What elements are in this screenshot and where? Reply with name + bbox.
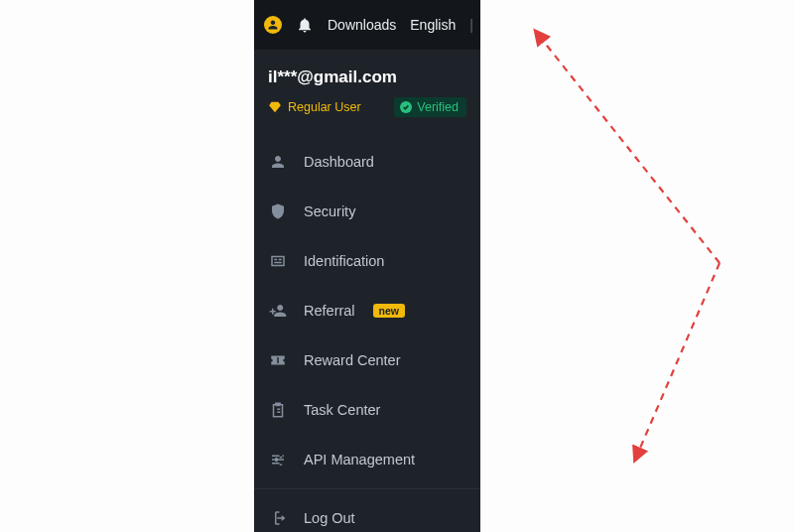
ticket-icon <box>268 350 288 370</box>
menu-item-security[interactable]: Security <box>254 187 480 236</box>
menu-item-reward-center[interactable]: Reward Center <box>254 335 480 385</box>
checkmark-icon <box>400 101 412 113</box>
menu-item-identification[interactable]: Identification <box>254 236 480 286</box>
diamond-icon <box>268 100 282 114</box>
separator: | <box>469 17 473 33</box>
new-pill: new <box>373 304 405 318</box>
id-card-icon <box>268 251 288 271</box>
account-summary: il***@gmail.com Regular User Verified <box>254 50 480 127</box>
shield-icon <box>268 201 288 221</box>
menu-label: Task Center <box>304 402 380 418</box>
account-menu: Dashboard Security Identification Referr… <box>254 127 480 532</box>
account-email: il***@gmail.com <box>268 67 466 87</box>
account-dropdown-panel: Downloads English | U il***@gmail.com Re… <box>254 0 480 532</box>
menu-label: Log Out <box>304 510 355 526</box>
menu-label: Security <box>304 203 355 219</box>
logout-icon <box>268 508 288 528</box>
svg-line-0 <box>536 32 720 263</box>
person-icon <box>268 152 288 172</box>
svg-line-1 <box>635 263 720 460</box>
language-selector[interactable]: English <box>410 17 456 33</box>
menu-item-api-management[interactable]: API Management <box>254 435 480 484</box>
menu-label: Reward Center <box>304 352 401 368</box>
menu-item-task-center[interactable]: Task Center <box>254 385 480 435</box>
menu-item-dashboard[interactable]: Dashboard <box>254 137 480 187</box>
menu-separator <box>254 488 480 489</box>
clipboard-icon <box>268 400 288 420</box>
menu-label: Identification <box>304 253 384 269</box>
verified-label: Verified <box>417 100 459 114</box>
account-tier[interactable]: Regular User <box>268 100 361 114</box>
sliders-icon <box>268 450 288 469</box>
menu-label: Referral <box>304 303 355 319</box>
menu-item-log-out[interactable]: Log Out <box>254 493 480 532</box>
downloads-link[interactable]: Downloads <box>328 17 396 33</box>
menu-item-referral[interactable]: Referral new <box>254 286 480 335</box>
add-user-icon <box>268 301 288 321</box>
user-avatar-icon[interactable] <box>264 16 282 34</box>
verified-badge: Verified <box>394 97 466 117</box>
notifications-bell-icon[interactable] <box>296 16 314 34</box>
account-tier-label: Regular User <box>288 100 361 114</box>
annotation-arrows <box>508 0 734 532</box>
menu-label: Dashboard <box>304 154 374 170</box>
menu-label: API Management <box>304 452 415 467</box>
top-bar: Downloads English | U <box>254 0 480 50</box>
